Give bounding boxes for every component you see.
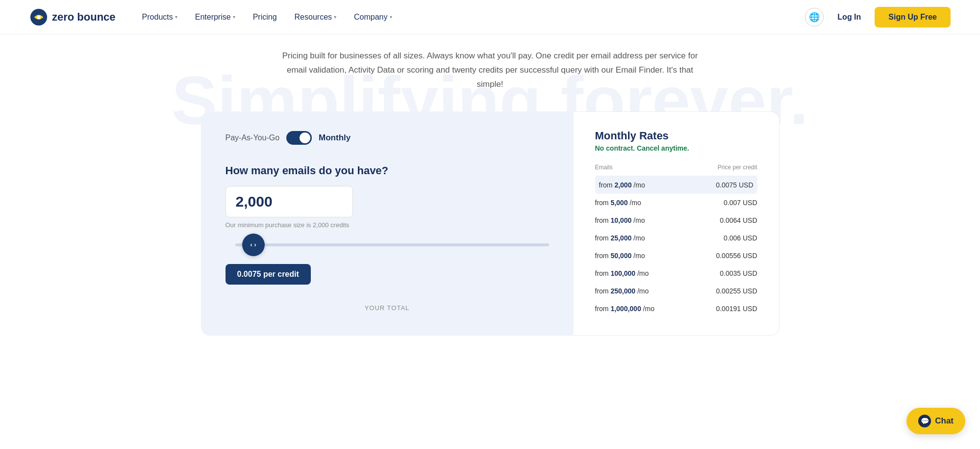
rates-emails-cell: from 1,000,000 /mo xyxy=(595,300,687,317)
rates-emails-cell: from 100,000 /mo xyxy=(595,264,687,282)
rates-price-cell: 0.00191 USD xyxy=(687,300,757,317)
email-slider-container: ‹ › xyxy=(226,243,549,246)
logo[interactable]: zero bounce xyxy=(29,8,116,26)
rates-row[interactable]: from 25,000 /mo 0.006 USD xyxy=(595,229,757,247)
chat-icon: 💬 xyxy=(918,415,931,427)
nav-links: Products ▾ Enterprise ▾ Pricing Resource… xyxy=(135,9,805,26)
rates-title: Monthly Rates xyxy=(595,130,757,142)
slider-arrows-icon: ‹ › xyxy=(250,241,256,248)
main-nav: zero bounce Products ▾ Enterprise ▾ Pric… xyxy=(0,0,980,34)
page-content: Simplifying forever. Pricing built for b… xyxy=(0,34,980,336)
rates-price-cell: 0.007 USD xyxy=(687,194,757,211)
right-rates-card: Monthly Rates No contract. Cancel anytim… xyxy=(574,111,779,336)
nav-item-resources[interactable]: Resources ▾ xyxy=(288,9,343,26)
slider-handle[interactable]: ‹ › xyxy=(242,234,265,256)
nav-link-pricing[interactable]: Pricing xyxy=(246,9,284,26)
pricing-container: Pay-As-You-Go Monthly How many emails do… xyxy=(201,111,779,336)
chevron-down-icon: ▾ xyxy=(390,14,392,20)
signup-button[interactable]: Sign Up Free xyxy=(875,7,951,27)
rates-emails-cell: from 250,000 /mo xyxy=(595,282,687,300)
rates-price-cell: 0.00556 USD xyxy=(687,247,757,264)
rates-row[interactable]: from 5,000 /mo 0.007 USD xyxy=(595,194,757,211)
rates-price-cell: 0.0064 USD xyxy=(687,211,757,229)
min-purchase-text: Our minimum purchase size is 2,000 credi… xyxy=(226,221,549,229)
rates-emails-cell: from 50,000 /mo xyxy=(595,247,687,264)
how-many-heading: How many emails do you have? xyxy=(226,164,549,177)
nav-link-company[interactable]: Company ▾ xyxy=(347,9,399,26)
email-count-input[interactable]: 2,000 xyxy=(226,186,353,217)
monthly-label: Monthly xyxy=(319,133,351,143)
nav-link-enterprise[interactable]: Enterprise ▾ xyxy=(188,9,242,26)
rates-table: Emails Price per credit from 2,000 /mo 0… xyxy=(595,164,757,317)
rates-row[interactable]: from 10,000 /mo 0.0064 USD xyxy=(595,211,757,229)
nav-item-enterprise[interactable]: Enterprise ▾ xyxy=(188,9,242,26)
left-pricing-card: Pay-As-You-Go Monthly How many emails do… xyxy=(201,111,574,336)
nav-right: 🌐 Log In Sign Up Free xyxy=(805,7,951,27)
chat-button[interactable]: 💬 Chat xyxy=(906,408,965,434)
chevron-down-icon: ▾ xyxy=(334,14,336,20)
price-tooltip: 0.0075 per credit xyxy=(226,264,311,285)
nav-item-pricing[interactable]: Pricing xyxy=(246,9,284,26)
toggle-knob xyxy=(300,132,310,143)
rates-emails-cell: from 5,000 /mo xyxy=(595,194,687,211)
chevron-down-icon: ▾ xyxy=(175,14,177,20)
rates-price-cell: 0.0075 USD xyxy=(687,176,757,194)
slider-track: ‹ › xyxy=(235,243,549,246)
rates-emails-cell: from 25,000 /mo xyxy=(595,229,687,247)
nav-link-products[interactable]: Products ▾ xyxy=(135,9,184,26)
col-emails-header: Emails xyxy=(595,164,687,176)
language-selector[interactable]: 🌐 xyxy=(805,8,824,26)
col-price-header: Price per credit xyxy=(687,164,757,176)
nav-item-products[interactable]: Products ▾ xyxy=(135,9,184,26)
rates-row[interactable]: from 100,000 /mo 0.0035 USD xyxy=(595,264,757,282)
rates-row[interactable]: from 2,000 /mo 0.0075 USD xyxy=(595,176,757,194)
chat-label: Chat xyxy=(935,416,954,426)
rates-row[interactable]: from 1,000,000 /mo 0.00191 USD xyxy=(595,300,757,317)
rates-subtitle: No contract. Cancel anytime. xyxy=(595,144,757,152)
rates-emails-cell: from 2,000 /mo xyxy=(595,176,687,194)
billing-toggle[interactable] xyxy=(286,131,312,145)
login-button[interactable]: Log In xyxy=(829,9,869,26)
rates-row[interactable]: from 50,000 /mo 0.00556 USD xyxy=(595,247,757,264)
svg-point-1 xyxy=(37,15,41,19)
chevron-down-icon: ▾ xyxy=(233,14,235,20)
nav-item-company[interactable]: Company ▾ xyxy=(347,9,399,26)
rates-emails-cell: from 10,000 /mo xyxy=(595,211,687,229)
payg-label: Pay-As-You-Go xyxy=(226,133,280,142)
page-subtitle: Pricing built for businesses of all size… xyxy=(270,49,711,92)
nav-link-resources[interactable]: Resources ▾ xyxy=(288,9,343,26)
rates-price-cell: 0.0035 USD xyxy=(687,264,757,282)
rates-price-cell: 0.006 USD xyxy=(687,229,757,247)
rates-row[interactable]: from 250,000 /mo 0.00255 USD xyxy=(595,282,757,300)
billing-toggle-row: Pay-As-You-Go Monthly xyxy=(226,131,549,145)
your-total-label: YOUR TOTAL xyxy=(226,304,549,312)
logo-text: zero bounce xyxy=(52,12,116,23)
rates-price-cell: 0.00255 USD xyxy=(687,282,757,300)
